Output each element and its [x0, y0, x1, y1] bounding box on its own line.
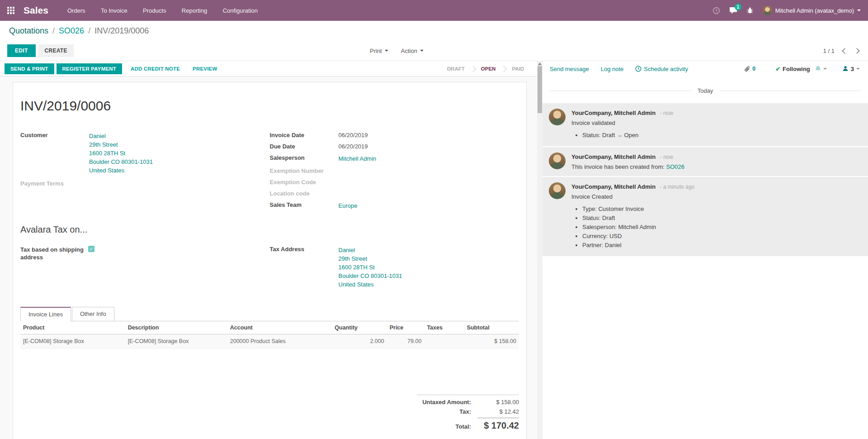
notebook-tabs: Invoice Lines Other Info [20, 307, 519, 321]
totals-summary: Untaxed Amount: $ 158.00 Tax: $ 12.42 To… [417, 395, 519, 439]
menu-configuration[interactable]: Configuration [223, 7, 258, 14]
tax-address-street2-link[interactable]: 1600 28TH St [339, 263, 402, 272]
app-title[interactable]: Sales [24, 5, 48, 16]
due-date-value[interactable]: 06/20/2019 [339, 143, 368, 150]
followers-button[interactable]: 3 [842, 66, 860, 72]
action-dropdown[interactable]: Action [401, 48, 424, 54]
invoice-line-row[interactable]: [E-COM08] Storage Box [E-COM08] Storage … [20, 334, 519, 348]
subscription-bell-button[interactable] [815, 66, 827, 72]
print-dropdown[interactable]: Print [370, 48, 388, 54]
state-paid[interactable]: PAID [506, 66, 530, 72]
tax-address-country-link[interactable]: United States [339, 280, 402, 289]
cell-account: 200000 Product Sales [227, 334, 332, 348]
tax-address-name-link[interactable]: Daniel [339, 246, 402, 254]
customer-label: Customer [20, 132, 89, 175]
log-note-button[interactable]: Log note [601, 66, 624, 72]
user-avatar [763, 6, 772, 15]
customer-street-link[interactable]: 29th Street [89, 140, 153, 149]
preview-button[interactable]: PREVIEW [193, 66, 217, 72]
exemption-number-label: Exemption Number [270, 167, 339, 174]
message-body: Invoice Created [571, 193, 861, 200]
menu-orders[interactable]: Orders [67, 7, 85, 14]
add-credit-note-button[interactable]: ADD CREDIT NOTE [131, 66, 180, 72]
register-payment-button[interactable]: REGISTER PAYMENT [57, 63, 123, 74]
col-header-quantity: Quantity [332, 321, 387, 334]
create-button[interactable]: CREATE [38, 44, 74, 57]
due-date-label: Due Date [270, 143, 339, 150]
menu-products[interactable]: Products [143, 7, 166, 14]
scrollbar-thumb[interactable] [538, 66, 542, 113]
source-document-link[interactable]: SO026 [666, 163, 684, 170]
invoice-lines-table: Product Description Account Quantity Pri… [20, 321, 519, 348]
customer-street2-link[interactable]: 1600 28TH St [89, 149, 153, 157]
state-draft[interactable]: DRAFT [441, 66, 471, 72]
chatter-message: YourCompany, Mitchell Admin - now This i… [542, 147, 868, 177]
customer-country-link[interactable]: United States [89, 166, 153, 175]
tax-label: Tax: [459, 408, 471, 415]
schedule-activity-button[interactable]: Schedule activity [635, 66, 688, 72]
tax-address-street-link[interactable]: 29th Street [339, 254, 402, 263]
cell-price: 79.00 [387, 334, 425, 348]
message-tracking-values: Status: Draft → Open [582, 131, 861, 139]
menu-to-invoice[interactable]: To Invoice [101, 7, 127, 14]
vertical-scrollbar[interactable] [537, 61, 542, 439]
sales-team-label: Sales Team [270, 201, 339, 210]
top-navbar: Sales Orders To Invoice Products Reporti… [0, 0, 868, 21]
breadcrumb-so026[interactable]: SO026 [59, 26, 84, 36]
tab-other-info[interactable]: Other Info [72, 307, 114, 321]
avatar [549, 153, 566, 169]
state-open[interactable]: OPEN [475, 66, 502, 72]
main-menu: Orders To Invoice Products Reporting Con… [67, 6, 271, 14]
tax-address: Daniel 29th Street 1600 28TH St Boulder … [339, 246, 402, 289]
edit-button[interactable]: EDIT [7, 44, 36, 57]
bell-icon [815, 66, 821, 72]
apps-menu-icon[interactable] [7, 7, 14, 14]
chevron-down-icon [823, 68, 827, 70]
debug-bug-icon[interactable] [746, 7, 754, 14]
total-value: $ 170.42 [477, 418, 519, 431]
cell-subtotal: $ 158.00 [464, 334, 519, 348]
invoice-date-value[interactable]: 06/20/2019 [339, 132, 368, 138]
cell-taxes [424, 334, 464, 348]
messages-icon[interactable]: 1 [729, 7, 737, 14]
customer-city-link[interactable]: Boulder CO 80301-1031 [89, 157, 153, 166]
status-widget: DRAFT OPEN PAID [441, 66, 530, 72]
chevron-down-icon [856, 68, 860, 70]
customer-link[interactable]: Daniel [89, 132, 153, 140]
invoice-sheet: INV/2019/0006 Customer Daniel 29th Stree… [13, 82, 527, 439]
location-code-label: Location code [270, 190, 339, 197]
pager-next-icon[interactable] [854, 48, 860, 54]
invoice-date-label: Invoice Date [270, 132, 339, 138]
sales-team-link[interactable]: Europe [339, 201, 358, 210]
message-time: - a minute ago [660, 184, 695, 190]
total-label: Total: [456, 423, 471, 430]
tax-shipping-checkbox[interactable]: ✓ [88, 246, 94, 252]
col-header-product: Product [20, 321, 125, 334]
message-author[interactable]: YourCompany, Mitchell Admin [571, 183, 656, 190]
attachments-button[interactable]: 0 [744, 66, 755, 72]
menu-reporting[interactable]: Reporting [182, 7, 207, 14]
tax-shipping-label: Tax based on shipping address [20, 246, 88, 261]
breadcrumb-separator: / [52, 26, 55, 36]
col-header-account: Account [227, 321, 332, 334]
breadcrumb-quotations[interactable]: Quotations [9, 26, 48, 36]
person-icon [842, 66, 849, 72]
salesperson-link[interactable]: Mitchell Admin [339, 154, 377, 163]
send-message-button[interactable]: Send message [550, 66, 589, 72]
avatar [549, 182, 566, 199]
tab-invoice-lines[interactable]: Invoice Lines [20, 307, 71, 321]
activities-icon[interactable] [712, 7, 720, 14]
tax-address-city-link[interactable]: Boulder CO 80301-1031 [339, 272, 402, 280]
following-toggle[interactable]: ✔ Following [775, 66, 810, 72]
salesperson-label: Salesperson [270, 154, 339, 163]
scroll-up-icon[interactable] [538, 62, 542, 65]
chatter-message: YourCompany, Mitchell Admin - a minute a… [542, 177, 868, 257]
message-author[interactable]: YourCompany, Mitchell Admin [571, 110, 656, 116]
user-menu[interactable]: Mitchell Admin (avatax_demo) [763, 6, 861, 15]
pager-previous-icon[interactable] [842, 48, 848, 54]
message-author[interactable]: YourCompany, Mitchell Admin [571, 153, 656, 160]
send-print-button[interactable]: SEND & PRINT [5, 63, 54, 74]
message-body: Invoice validated [571, 119, 861, 126]
user-name: Mitchell Admin (avatax_demo) [775, 7, 854, 14]
date-divider: Today [542, 87, 868, 94]
